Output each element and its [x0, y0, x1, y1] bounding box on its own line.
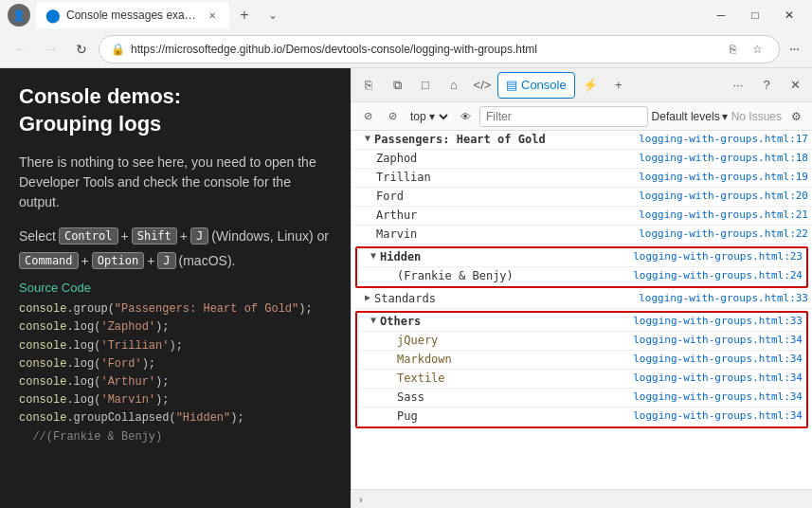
console-prompt-arrow[interactable]: › — [355, 494, 367, 505]
others-item-jquery: jQuery — [397, 334, 633, 347]
browser-more-button[interactable]: ··· — [784, 39, 804, 60]
help-button[interactable]: ? — [753, 72, 780, 99]
back-button[interactable]: ← — [8, 36, 34, 63]
console-log-text: Arthur — [376, 209, 639, 222]
console-output[interactable]: ▼ Passengers: Heart of Gold logging-with… — [352, 131, 812, 489]
main-area: Console demos: Grouping logs There is no… — [0, 68, 812, 508]
table-row: ▼ Others logging-with-groups.html:33 — [357, 313, 806, 332]
favorites-icon[interactable]: ☆ — [747, 39, 767, 60]
active-tab[interactable]: ⬤ Console messages examples: gro ✕ — [36, 2, 229, 28]
log-levels-dropdown[interactable]: Default levels ▾ — [652, 110, 728, 123]
minimize-button[interactable]: ─ — [706, 6, 736, 25]
table-row: jQuery logging-with-groups.html:34 — [357, 332, 806, 351]
devtools-panel: ⎘ ⧉ □ ⌂ </> ▤ Console ⚡ + ··· ? ✕ ⊘ ⊘ to… — [351, 68, 812, 508]
ban-filter-button[interactable]: ⊘ — [382, 106, 403, 127]
source-link[interactable]: logging-with-groups.html:23 — [633, 250, 803, 263]
source-link[interactable]: logging-with-groups.html:33 — [639, 292, 808, 304]
tab-close-button[interactable]: ✕ — [205, 8, 220, 23]
expand-icon[interactable]: ▼ — [367, 315, 380, 325]
devtools-more-button[interactable]: ··· — [725, 72, 751, 99]
source-link[interactable]: logging-with-groups.html:24 — [633, 269, 803, 281]
source-link[interactable]: logging-with-groups.html:34 — [633, 353, 803, 365]
source-link[interactable]: logging-with-groups.html:34 — [633, 334, 803, 346]
source-link[interactable]: logging-with-groups.html:22 — [639, 227, 808, 240]
page-description: There is nothing to see here, you need t… — [19, 153, 332, 212]
console-log-text: Trillian — [376, 171, 639, 184]
code-block: console.group("Passengers: Heart of Gold… — [19, 300, 332, 446]
code-line-7: console.groupCollapsed("Hidden"); — [19, 409, 332, 427]
console-tab-button[interactable]: ▤ Console — [497, 72, 575, 99]
table-row: Ford logging-with-groups.html:20 — [352, 188, 812, 207]
page-title: Console demos: Grouping logs — [19, 83, 332, 137]
frankie-benjy-text: (Frankie & Benjy) — [397, 269, 633, 282]
inspect-element-button[interactable]: ⎘ — [355, 72, 382, 99]
edge-icon: ⬤ — [45, 8, 61, 23]
network-button[interactable]: ⌂ — [441, 72, 467, 99]
forward-button[interactable]: → — [38, 36, 64, 63]
standards-text: Standards — [374, 292, 639, 305]
close-button[interactable]: ✕ — [774, 6, 804, 25]
eye-button[interactable]: 👁 — [455, 106, 476, 127]
hidden-group-header: Hidden — [380, 250, 633, 263]
addressbar: ← → ↻ 🔒 https://microsoftedge.github.io/… — [0, 30, 812, 68]
console-log-text: Zaphod — [376, 152, 639, 165]
source-link[interactable]: logging-with-groups.html:19 — [639, 171, 808, 183]
add-tool-button[interactable]: + — [605, 72, 632, 99]
tab-dropdown-button[interactable]: ⌄ — [260, 2, 286, 28]
device-toolbar-button[interactable]: ⧉ — [384, 72, 410, 99]
sources-button[interactable]: </> — [469, 72, 496, 99]
code-line-4: console.log('Ford'); — [19, 355, 332, 373]
new-tab-button[interactable]: + — [231, 2, 258, 28]
lock-icon: 🔒 — [111, 43, 125, 56]
source-link[interactable]: logging-with-groups.html:21 — [639, 209, 808, 221]
elements-button[interactable]: □ — [412, 72, 439, 99]
clear-console-button[interactable]: ⊘ — [357, 106, 378, 127]
code-line-5: console.log('Arthur'); — [19, 373, 332, 391]
others-group-header: Others — [380, 315, 633, 328]
console-bottom-bar: › — [352, 489, 812, 508]
issues-count: No Issues — [731, 110, 782, 123]
maximize-button[interactable]: □ — [740, 6, 770, 25]
address-box[interactable]: 🔒 https://microsoftedge.github.io/Demos/… — [99, 35, 780, 64]
table-row: ▼ Passengers: Heart of Gold logging-with… — [352, 131, 812, 150]
kbd-j2: J — [157, 252, 175, 269]
table-row: Markdown logging-with-groups.html:34 — [357, 351, 806, 370]
context-selector[interactable]: top ▾ — [406, 109, 451, 124]
refresh-button[interactable]: ↻ — [68, 36, 95, 63]
source-link[interactable]: logging-with-groups.html:34 — [633, 372, 803, 384]
table-row: ▼ Hidden logging-with-groups.html:23 — [357, 248, 806, 267]
profile-icon[interactable]: 👤 — [8, 4, 30, 27]
source-link[interactable]: logging-with-groups.html:17 — [639, 133, 808, 145]
source-link[interactable]: logging-with-groups.html:33 — [633, 315, 803, 327]
source-link[interactable]: logging-with-groups.html:34 — [633, 409, 803, 422]
share-icon[interactable]: ⎘ — [722, 39, 743, 60]
tab-area: ⬤ Console messages examples: gro ✕ + ⌄ — [36, 2, 700, 28]
source-link[interactable]: logging-with-groups.html:20 — [639, 190, 808, 202]
console-toolbar: ⊘ ⊘ top ▾ 👁 Default levels ▾ No Issues ⚙ — [352, 102, 812, 131]
source-link[interactable]: logging-with-groups.html:34 — [633, 390, 803, 403]
expand-icon[interactable]: ▼ — [367, 250, 380, 261]
table-row: Zaphod logging-with-groups.html:18 — [352, 150, 812, 169]
console-settings-button[interactable]: ⚙ — [785, 106, 806, 127]
performance-button[interactable]: ⚡ — [577, 72, 604, 99]
code-line-3: console.log('Trillian'); — [19, 337, 332, 355]
others-item-textile: Textile — [397, 372, 633, 385]
url-text: https://microsoftedge.github.io/Demos/de… — [131, 43, 716, 56]
others-item-pug: Pug — [397, 409, 633, 423]
code-line-8: //(Frankie & Benjy) — [19, 428, 332, 446]
hidden-group: ▼ Hidden logging-with-groups.html:23 (Fr… — [355, 246, 808, 288]
browser-toolbar: ··· — [784, 39, 804, 60]
devtools-close-button[interactable]: ✕ — [782, 72, 808, 99]
expand-icon[interactable]: ▼ — [361, 133, 374, 143]
others-group: ▼ Others logging-with-groups.html:33 jQu… — [355, 311, 808, 428]
shortcut-macos: Command + Option + J (macOS). — [19, 252, 332, 269]
source-link[interactable]: logging-with-groups.html:18 — [639, 152, 808, 164]
expand-icon[interactable]: ▶ — [361, 292, 374, 302]
group-header-text: Passengers: Heart of Gold — [374, 133, 639, 146]
tab-title: Console messages examples: gro — [66, 9, 199, 22]
code-line-1: console.group("Passengers: Heart of Gold… — [19, 300, 332, 318]
filter-input[interactable] — [479, 106, 648, 127]
kbd-shift: Shift — [132, 227, 177, 245]
others-item-markdown: Markdown — [397, 353, 633, 366]
table-row: Marvin logging-with-groups.html:22 — [352, 226, 812, 245]
